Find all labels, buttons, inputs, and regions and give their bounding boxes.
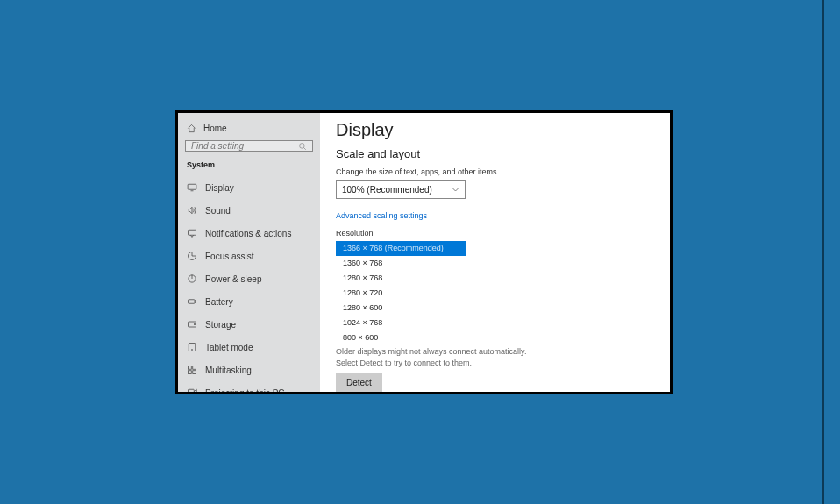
chevron-down-icon	[452, 186, 459, 194]
home-label: Home	[203, 124, 227, 133]
multitasking-icon	[187, 365, 197, 375]
advanced-scaling-link[interactable]: Advanced scaling settings	[336, 211, 427, 220]
svg-point-10	[194, 323, 195, 324]
section-title: Scale and layout	[336, 147, 654, 160]
svg-rect-14	[193, 366, 196, 370]
svg-rect-16	[193, 371, 196, 374]
display-icon	[187, 182, 197, 193]
sidebar-item-label: Notifications & actions	[205, 229, 291, 238]
sidebar-item-label: Projecting to this PC	[205, 388, 285, 393]
sidebar-item-display[interactable]: Display	[185, 176, 313, 199]
tablet-icon	[187, 342, 197, 352]
power-icon	[187, 273, 197, 284]
settings-window: Home System Display Sound Notifica	[175, 110, 673, 394]
scale-value: 100% (Recommended)	[342, 185, 432, 195]
svg-line-1	[304, 147, 306, 149]
detect-button[interactable]: Detect	[336, 373, 382, 392]
sidebar-item-notifications[interactable]: Notifications & actions	[185, 222, 313, 245]
battery-icon	[187, 296, 197, 307]
resolution-option[interactable]: 1360 × 768	[336, 256, 466, 271]
svg-rect-17	[189, 389, 195, 392]
sidebar-item-label: Display	[205, 183, 234, 193]
storage-icon	[187, 319, 197, 330]
focus-icon	[187, 251, 197, 261]
category-header: System	[185, 160, 313, 169]
projecting-icon	[187, 387, 197, 392]
resolution-option[interactable]: 1280 × 720	[336, 286, 466, 301]
detect-hint: Older displays might not always connect …	[336, 346, 546, 368]
sidebar-item-label: Focus assist	[205, 252, 254, 261]
svg-rect-15	[189, 371, 192, 374]
notifications-icon	[187, 228, 197, 238]
sidebar-item-label: Multitasking	[205, 366, 252, 375]
resolution-option[interactable]: 1280 × 600	[336, 301, 466, 316]
sidebar-item-storage[interactable]: Storage	[185, 313, 313, 336]
search-box[interactable]	[185, 140, 313, 152]
sidebar-item-sound[interactable]: Sound	[185, 199, 313, 222]
main-panel: Display Scale and layout Change the size…	[320, 113, 670, 392]
scale-dropdown[interactable]: 100% (Recommended)	[336, 180, 466, 199]
svg-rect-13	[189, 366, 192, 370]
resolution-option[interactable]: 1280 × 768	[336, 271, 466, 286]
resolution-option[interactable]: 1024 × 768	[336, 316, 466, 330]
sidebar-item-label: Battery	[205, 297, 233, 307]
sidebar-item-label: Storage	[205, 320, 236, 330]
page-accent-bar	[822, 0, 824, 504]
svg-rect-8	[195, 301, 196, 302]
sidebar-item-tablet-mode[interactable]: Tablet mode	[185, 336, 313, 358]
svg-rect-2	[188, 184, 196, 189]
sidebar-item-power-sleep[interactable]: Power & sleep	[185, 267, 313, 290]
page-title: Display	[336, 120, 654, 140]
svg-point-12	[192, 350, 193, 351]
svg-rect-4	[189, 230, 196, 235]
sidebar-item-label: Tablet mode	[205, 343, 253, 352]
sidebar: Home System Display Sound Notifica	[178, 113, 320, 392]
sidebar-item-label: Power & sleep	[205, 274, 261, 284]
resolution-dropdown-list[interactable]: 1366 × 768 (Recommended) 1360 × 768 1280…	[336, 241, 466, 345]
sidebar-item-label: Sound	[205, 206, 231, 216]
search-icon	[298, 142, 307, 151]
svg-rect-7	[189, 300, 196, 304]
home-link[interactable]: Home	[185, 122, 313, 140]
svg-point-0	[300, 143, 305, 148]
home-icon	[187, 124, 196, 133]
sidebar-item-projecting[interactable]: Projecting to this PC	[185, 381, 313, 392]
search-input[interactable]	[191, 141, 298, 151]
sidebar-item-multitasking[interactable]: Multitasking	[185, 358, 313, 381]
resolution-option-selected[interactable]: 1366 × 768 (Recommended)	[336, 241, 466, 256]
resolution-option[interactable]: 800 × 600	[336, 330, 466, 345]
sidebar-item-battery[interactable]: Battery	[185, 290, 313, 313]
sound-icon	[187, 205, 197, 216]
resolution-label: Resolution	[336, 229, 654, 238]
scale-label: Change the size of text, apps, and other…	[336, 167, 654, 176]
sidebar-item-focus-assist[interactable]: Focus assist	[185, 245, 313, 267]
